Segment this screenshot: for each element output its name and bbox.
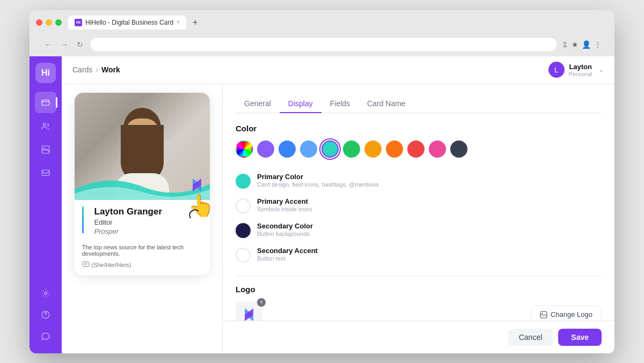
svg-rect-0 <box>42 100 49 105</box>
color-section-title: Color <box>236 124 602 133</box>
user-role: Personal <box>569 71 592 77</box>
topbar-right: L Layton Personal ⌄ <box>548 62 604 78</box>
maximize-button[interactable] <box>55 19 62 26</box>
cancel-button[interactable]: Cancel <box>508 329 553 346</box>
breadcrumb-parent[interactable]: Cards <box>72 65 92 74</box>
contacts-icon <box>41 121 50 131</box>
chevron-down-icon[interactable]: ⌄ <box>598 66 604 73</box>
dark-swatch[interactable] <box>450 140 467 158</box>
reload-button[interactable]: ↻ <box>75 39 85 50</box>
card-person-info: Layton Granger Editor Prosper <box>94 206 163 240</box>
secondary-color-option[interactable]: Secondary Color Button backgrounds <box>236 218 602 242</box>
green-swatch[interactable] <box>343 140 360 158</box>
business-card: Layton Granger Editor Prosper The top ne… <box>75 93 210 275</box>
save-button[interactable]: Save <box>558 329 602 346</box>
topbar: Cards › Work L Layton Personal ⌄ <box>62 56 614 84</box>
address-bar[interactable] <box>90 37 558 52</box>
sidebar-item-chat[interactable] <box>35 325 56 347</box>
user-name: Layton <box>569 63 592 71</box>
card-bio: The top news source for the latest tech … <box>82 244 202 257</box>
hand-cursor-icon: 👆 <box>185 189 217 221</box>
svg-point-14 <box>541 313 543 314</box>
tab-close-icon[interactable]: × <box>177 19 180 25</box>
primary-accent-label: Primary Accent <box>257 197 312 205</box>
secondary-color-desc: Button backgrounds <box>257 231 313 237</box>
logo-remove-button[interactable]: × <box>257 298 266 307</box>
sidebar-item-media[interactable] <box>35 139 56 160</box>
sidebar-item-cards[interactable] <box>35 92 56 113</box>
light-blue-swatch[interactable] <box>300 140 317 158</box>
card-pronouns-text: (She/Her/Hers) <box>92 262 131 268</box>
card-photo-area <box>75 93 210 200</box>
rainbow-swatch[interactable] <box>236 140 253 158</box>
back-button[interactable]: ← <box>42 39 54 50</box>
secondary-accent-desc: Button text <box>257 255 318 262</box>
new-tab-button[interactable]: + <box>188 16 202 29</box>
logo-thumb-wrapper: × <box>236 301 262 321</box>
breadcrumb-current: Work <box>101 65 120 74</box>
primary-accent-info: Primary Accent Symbols inside icons <box>257 197 312 212</box>
sidebar-item-help[interactable] <box>35 304 56 325</box>
card-preview-panel: 👆 <box>62 84 223 353</box>
secondary-color-circle <box>236 223 251 238</box>
chat-icon <box>41 331 50 341</box>
blue-swatch[interactable] <box>279 140 296 158</box>
tab-bar: Hi HiHello - Digital Business Card × + <box>68 16 202 29</box>
sidebar-item-messages[interactable] <box>35 162 56 184</box>
color-swatches <box>236 140 602 158</box>
minimize-button[interactable] <box>46 19 52 26</box>
browser-tab[interactable]: Hi HiHello - Digital Business Card × <box>68 16 186 29</box>
primary-accent-option[interactable]: Primary Accent Symbols inside icons <box>236 193 602 218</box>
logo-preview-area: × Change Logo <box>236 301 602 321</box>
red-swatch[interactable] <box>407 140 425 158</box>
secondary-accent-circle <box>236 248 251 263</box>
tab-favicon: Hi <box>75 19 82 26</box>
yellow-swatch[interactable] <box>364 140 382 158</box>
comment-icon <box>82 261 90 269</box>
sidebar-bottom <box>35 283 56 347</box>
card-pronouns: (She/Her/Hers) <box>82 261 202 269</box>
secondary-accent-info: Secondary Accent Button text <box>257 247 318 262</box>
close-button[interactable] <box>36 19 42 26</box>
bookmark-icon[interactable]: ★ <box>572 40 579 49</box>
tab-general[interactable]: General <box>236 95 280 113</box>
more-options-icon[interactable]: ⋮ <box>594 40 602 49</box>
primary-color-desc: Card design, field icons, hashtags, @men… <box>257 181 379 188</box>
breadcrumb: Cards › Work <box>72 65 120 74</box>
browser-chrome: Hi HiHello - Digital Business Card × + ←… <box>30 10 614 56</box>
avatar: L <box>548 62 565 78</box>
user-info: Layton Personal <box>569 63 592 77</box>
settings-panel: General Display Fields Card Name Color <box>223 84 614 321</box>
logo-section-title: Logo <box>236 285 602 294</box>
browser-window: Hi HiHello - Digital Business Card × + ←… <box>30 10 614 353</box>
sidebar-logo[interactable]: Hi <box>35 63 56 83</box>
sidebar-item-contacts[interactable] <box>35 115 56 137</box>
tab-card-name[interactable]: Card Name <box>358 95 414 113</box>
share-icon[interactable]: ⇫ <box>562 40 568 49</box>
change-logo-button[interactable]: Change Logo <box>531 306 602 321</box>
forward-button[interactable]: → <box>58 39 70 50</box>
content-area: 👆 <box>62 84 614 353</box>
secondary-accent-option[interactable]: Secondary Accent Button text <box>236 242 602 267</box>
app-container: Hi <box>30 56 614 353</box>
tab-title: HiHello - Digital Business Card <box>85 19 173 26</box>
card-person-name: Layton Granger <box>94 206 163 217</box>
purple-swatch[interactable] <box>257 140 274 158</box>
secondary-color-info: Secondary Color Button backgrounds <box>257 222 313 237</box>
breadcrumb-separator: › <box>96 65 98 74</box>
logo-preview-svg <box>241 307 257 321</box>
tab-display[interactable]: Display <box>280 95 321 113</box>
pink-swatch[interactable] <box>429 140 446 158</box>
orange-swatch[interactable] <box>386 140 403 158</box>
sidebar: Hi <box>30 56 62 353</box>
section-divider <box>236 276 602 276</box>
tab-fields[interactable]: Fields <box>321 95 358 113</box>
image-icon <box>540 311 547 318</box>
primary-color-circle <box>236 174 251 189</box>
profile-icon[interactable]: 👤 <box>582 40 591 49</box>
primary-color-option[interactable]: Primary Color Card design, field icons, … <box>236 168 602 193</box>
browser-toolbar: ← → ↻ ⇫ ★ 👤 ⋮ <box>36 34 608 56</box>
card-divider <box>82 206 84 233</box>
teal-swatch[interactable] <box>321 140 339 158</box>
sidebar-item-settings[interactable] <box>35 283 56 304</box>
